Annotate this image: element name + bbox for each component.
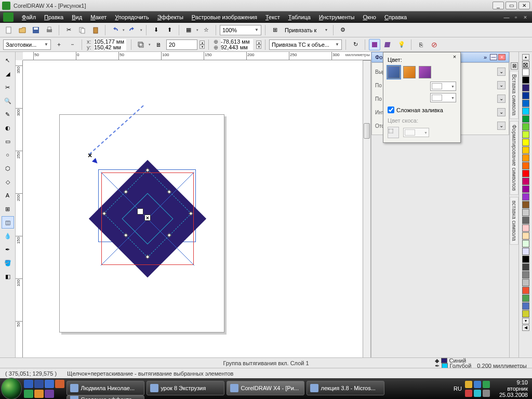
copy-extrude-button[interactable]: ⎘ bbox=[415, 39, 427, 50]
menu-макет[interactable]: Макет bbox=[86, 12, 111, 22]
task-button[interactable]: Создание эффекто... bbox=[66, 395, 144, 399]
clock[interactable]: 9:10 вторник 25.03.2008 bbox=[499, 379, 528, 398]
palette-swatch[interactable] bbox=[522, 217, 529, 224]
task-button[interactable]: урок 8 Экструзия bbox=[147, 381, 224, 395]
palette-swatch[interactable] bbox=[522, 100, 529, 107]
palette-swatch[interactable] bbox=[522, 84, 529, 91]
from-color-combo[interactable]: ▼ bbox=[430, 82, 456, 91]
palette-swatch[interactable] bbox=[522, 178, 529, 185]
tray-volume-icon[interactable] bbox=[483, 390, 490, 397]
palette-swatch[interactable] bbox=[522, 232, 529, 240]
task-button[interactable]: Людмила Николае... bbox=[66, 381, 144, 395]
vp-lock-combo[interactable]: Привязка ТС к объе...▼ bbox=[269, 39, 342, 50]
drawing-canvas[interactable]: × × bbox=[23, 60, 371, 368]
palette-swatch[interactable] bbox=[522, 162, 529, 169]
fill-tool[interactable]: 🪣 bbox=[2, 257, 14, 269]
maximize-button[interactable]: ▭ bbox=[506, 2, 517, 9]
extrude-color-button[interactable] bbox=[369, 39, 380, 50]
welcome-button[interactable]: ☆ bbox=[201, 24, 212, 36]
smart-fill-tool[interactable]: ◐ bbox=[2, 122, 14, 134]
ql-ie-icon[interactable] bbox=[24, 380, 33, 388]
paste-button[interactable] bbox=[90, 24, 101, 36]
ql-firefox-icon[interactable] bbox=[55, 380, 64, 388]
palette-swatch[interactable] bbox=[522, 147, 529, 154]
interactive-fill-tool[interactable]: ◧ bbox=[2, 270, 14, 283]
palette-swatch[interactable] bbox=[522, 170, 529, 177]
menu-инструменты[interactable]: Инструменты bbox=[315, 12, 359, 22]
vanishing-point-marker[interactable]: × bbox=[88, 151, 92, 159]
text-tool[interactable]: A bbox=[2, 189, 14, 202]
ellipse-tool[interactable]: ○ bbox=[2, 149, 14, 161]
undo-button[interactable] bbox=[109, 24, 121, 36]
palette-swatch[interactable] bbox=[522, 209, 529, 216]
menu-справка[interactable]: Справка bbox=[380, 12, 411, 22]
fill-mode-shade[interactable] bbox=[419, 66, 431, 78]
app-launcher-button[interactable]: ▦ bbox=[183, 24, 194, 36]
fill-swatch[interactable] bbox=[441, 358, 447, 363]
eyedropper-tool[interactable]: 💧 bbox=[2, 230, 14, 242]
tray-icon[interactable] bbox=[474, 381, 481, 388]
ql-wmp-icon[interactable] bbox=[45, 380, 54, 388]
popup-close-button[interactable]: × bbox=[451, 54, 458, 61]
options-button[interactable]: ⚙ bbox=[337, 24, 349, 36]
task-button[interactable]: CorelDRAW X4 - [Ри... bbox=[227, 381, 304, 395]
menu-растровые изображения[interactable]: Растровые изображения bbox=[188, 12, 261, 22]
sidebar-tab-insert-symbol-2[interactable]: вставка символа bbox=[510, 197, 518, 245]
extrude-bevel-button[interactable] bbox=[382, 39, 394, 50]
bevel-toggle[interactable]: ⬚ bbox=[388, 127, 399, 138]
menu-таблица[interactable]: Таблица bbox=[284, 12, 315, 22]
freehand-tool[interactable]: ✎ bbox=[2, 108, 14, 121]
palette-swatch[interactable] bbox=[522, 108, 529, 115]
palette-swatch[interactable] bbox=[522, 302, 529, 310]
snap-toggle-button[interactable]: ⊞ bbox=[269, 24, 281, 36]
palette-swatch[interactable] bbox=[522, 256, 529, 263]
new-button[interactable] bbox=[3, 24, 15, 36]
palette-swatch[interactable] bbox=[522, 76, 529, 84]
palette-down-button[interactable]: ▾ bbox=[522, 318, 529, 324]
zoom-combo[interactable]: 100%▼ bbox=[220, 25, 261, 35]
crop-tool[interactable]: ✂ bbox=[2, 81, 14, 94]
redo-button[interactable] bbox=[127, 24, 138, 36]
save-button[interactable] bbox=[30, 24, 42, 36]
palette-swatch[interactable] bbox=[522, 201, 529, 208]
fill-mode-object[interactable] bbox=[388, 66, 400, 78]
minimize-button[interactable]: ⎯ bbox=[493, 2, 504, 9]
tray-icon[interactable] bbox=[474, 390, 481, 397]
palette-swatch[interactable] bbox=[522, 139, 529, 146]
palette-swatch[interactable] bbox=[522, 295, 529, 302]
tray-icon[interactable] bbox=[465, 390, 472, 397]
palette-swatch[interactable] bbox=[522, 310, 529, 317]
palette-swatch[interactable] bbox=[522, 154, 529, 162]
export-button[interactable]: ⬆ bbox=[164, 24, 175, 36]
palette-swatch[interactable] bbox=[522, 263, 529, 271]
palette-swatch[interactable] bbox=[522, 248, 529, 255]
table-tool[interactable]: ⊞ bbox=[2, 203, 14, 215]
vertical-scrollbar[interactable] bbox=[363, 60, 371, 368]
menu-текст[interactable]: Текст bbox=[261, 12, 284, 22]
palette-swatch[interactable] bbox=[522, 287, 529, 294]
ql-media-icon[interactable] bbox=[34, 390, 44, 398]
rectangle-tool[interactable]: ▭ bbox=[2, 135, 14, 148]
menu-файл[interactable]: Файл bbox=[18, 12, 40, 22]
palette-swatch[interactable] bbox=[522, 131, 529, 138]
pick-tool[interactable]: ↖ bbox=[2, 54, 14, 66]
palette-swatch[interactable] bbox=[522, 92, 529, 99]
tray-icon[interactable] bbox=[465, 381, 472, 388]
mdi-close-button[interactable]: × bbox=[522, 14, 529, 21]
clear-extrude-button[interactable]: ⊘ bbox=[429, 39, 440, 50]
mdi-restore-button[interactable]: ▫ bbox=[512, 14, 520, 21]
fill-mode-solid[interactable] bbox=[403, 66, 416, 78]
sidebar-tab-char-format[interactable]: Форматирование символов bbox=[510, 121, 518, 194]
palette-swatch[interactable] bbox=[522, 115, 529, 123]
open-button[interactable] bbox=[17, 24, 28, 36]
center-marker[interactable]: × bbox=[144, 215, 151, 221]
print-button[interactable] bbox=[44, 24, 55, 36]
sidebar-pin[interactable]: ⊠ bbox=[511, 62, 518, 70]
import-button[interactable]: ⬇ bbox=[150, 24, 162, 36]
to-color-combo[interactable]: ▼ bbox=[430, 93, 456, 102]
no-fill-swatch[interactable]: ⊠ bbox=[522, 61, 529, 68]
close-button[interactable]: ✕ bbox=[518, 2, 530, 9]
interactive-tool[interactable]: ◫ bbox=[2, 216, 14, 229]
palette-up-button[interactable]: ▴ bbox=[522, 54, 529, 60]
cut-button[interactable]: ✂ bbox=[63, 24, 74, 36]
